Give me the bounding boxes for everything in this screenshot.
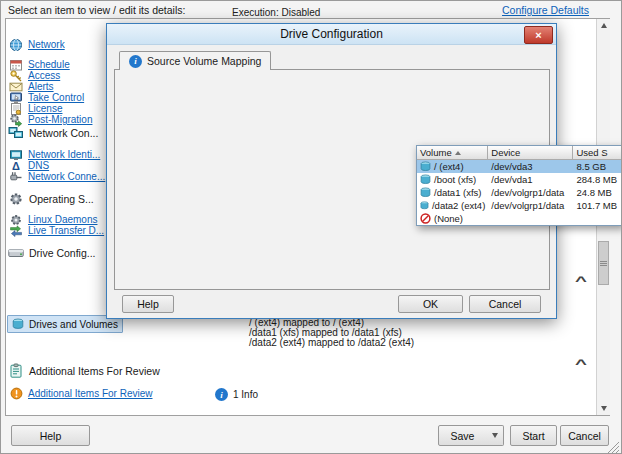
globe-icon <box>9 38 23 52</box>
help-button[interactable]: Help <box>11 425 90 446</box>
dropdown-column-volume[interactable]: Volume <box>417 146 488 160</box>
execution-status: Execution: Disabled <box>232 7 320 18</box>
option-used: 284.8 MB <box>573 173 622 186</box>
option-device: /dev/volgrp1/data <box>488 186 573 199</box>
application-window: Select an item to view / edit its detail… <box>0 0 622 454</box>
option-volume: (None) <box>434 213 463 224</box>
option-volume: /data2 (ext4) <box>432 200 485 211</box>
dropdown-option[interactable]: / (ext4) /dev/vda3 8.5 GB <box>417 160 622 173</box>
collapse-chevron-icon[interactable]: ^ <box>566 359 597 371</box>
volume-disk-icon <box>420 174 431 185</box>
scroll-down-button[interactable] <box>597 402 610 415</box>
option-device: /dev/vda1 <box>488 173 573 186</box>
volume-disk-icon <box>420 187 431 198</box>
transfer-arrows-icon <box>9 224 23 238</box>
sidebar-section-network-configuration: Network Con... <box>8 124 98 141</box>
dropdown-column-device[interactable]: Device <box>488 146 573 160</box>
dialog-title: Drive Configuration <box>107 24 556 45</box>
none-icon <box>420 213 431 224</box>
sidebar-item-additional-items[interactable]: Additional Items For Review <box>10 386 153 401</box>
sidebar-section-label: Network Con... <box>29 127 98 139</box>
mapped-line: /data2 (ext4) mapped to /data2 (ext4) <box>249 337 414 348</box>
dropdown-arrow-icon <box>492 433 498 438</box>
scroll-up-button[interactable] <box>597 19 610 32</box>
option-used: 101.7 MB <box>573 199 622 212</box>
start-button[interactable]: Start <box>510 425 557 446</box>
sidebar-item-live-transfer[interactable]: Live Transfer D... <box>9 223 104 238</box>
disk-drive-icon <box>8 245 24 261</box>
sidebar-item-label: Live Transfer D... <box>28 225 104 236</box>
option-used <box>573 212 622 225</box>
option-used: 8.5 GB <box>573 160 622 173</box>
dropdown-option-none[interactable]: (None) <box>417 212 622 225</box>
select-item-label: Select an item to view / edit its detail… <box>8 4 185 16</box>
option-volume: /data1 (xfs) <box>434 187 482 198</box>
sidebar-item-network[interactable]: Network <box>9 37 65 52</box>
sidebar-section-label: Additional Items For Review <box>29 365 160 377</box>
sidebar-item-label: Additional Items For Review <box>28 388 153 399</box>
sort-ascending-icon <box>455 151 461 155</box>
close-button[interactable]: × <box>524 26 553 44</box>
sidebar-section-additional-items: Additional Items For Review <box>8 362 160 379</box>
option-device: /dev/vda3 <box>488 160 573 173</box>
sidebar-section-drive-configuration: Drive Config... <box>8 244 96 261</box>
dropdown-header-row: Volume Device Used S <box>417 146 622 160</box>
info-badge-label: 1 Info <box>233 389 258 400</box>
option-device <box>488 212 573 225</box>
option-volume: /boot (xfs) <box>434 174 476 185</box>
sidebar-item-label: Drives and Volumes <box>29 319 118 330</box>
gear-icon <box>8 191 24 207</box>
dialog-cancel-button[interactable]: Cancel <box>469 295 541 313</box>
collapse-chevron-icon[interactable]: ^ <box>566 276 597 288</box>
sidebar-item-label: Network <box>28 39 65 50</box>
ok-button[interactable]: OK <box>398 295 463 313</box>
scrollbar-thumb[interactable] <box>598 241 609 285</box>
close-icon: × <box>535 29 541 41</box>
dialog-help-button[interactable]: Help <box>122 295 174 313</box>
down-arrow-icon <box>601 406 607 411</box>
clipboard-icon <box>8 363 24 379</box>
option-device: /dev/volgrp1/data <box>488 199 573 212</box>
alert-orange-icon <box>10 387 23 400</box>
option-used: 24.8 MB <box>573 186 622 199</box>
network-computers-icon <box>8 125 24 141</box>
tab-source-volume-mapping[interactable]: i Source Volume Mapping <box>119 51 271 70</box>
resize-grip[interactable] <box>607 441 621 453</box>
save-button[interactable]: Save <box>438 425 487 446</box>
sidebar-item-network-connections[interactable]: Network Conne... <box>9 169 105 184</box>
info-icon: i <box>129 55 142 68</box>
volume-disk-icon <box>420 200 429 211</box>
up-arrow-icon <box>601 23 607 28</box>
dropdown-option[interactable]: /data2 (ext4) /dev/volgrp1/data 101.7 MB <box>417 199 622 212</box>
info-badge: i 1 Info <box>215 387 258 402</box>
mapped-to-dropdown-list: Volume Device Used S / (ext4) /dev/vda3 … <box>416 145 622 226</box>
option-volume: / (ext4) <box>434 161 464 172</box>
dropdown-option[interactable]: /data1 (xfs) /dev/volgrp1/data 24.8 MB <box>417 186 622 199</box>
cancel-button[interactable]: Cancel <box>560 425 609 446</box>
dropdown-column-used-space[interactable]: Used S <box>573 146 622 160</box>
volume-disk-icon <box>420 161 431 172</box>
tab-label: Source Volume Mapping <box>147 55 261 67</box>
dropdown-option[interactable]: /boot (xfs) /dev/vda1 284.8 MB <box>417 173 622 186</box>
sidebar-section-label: Drive Config... <box>29 247 96 259</box>
sidebar-item-label: Network Conne... <box>28 171 105 182</box>
plug-icon <box>9 170 23 184</box>
sidebar-section-label: Operating S... <box>29 193 94 205</box>
info-icon: i <box>215 388 228 401</box>
configure-defaults-link[interactable]: Configure Defaults <box>502 4 589 16</box>
save-dropdown-button[interactable] <box>486 425 504 446</box>
sidebar-section-operating-system: Operating S... <box>8 190 94 207</box>
volume-disk-icon <box>12 318 24 330</box>
